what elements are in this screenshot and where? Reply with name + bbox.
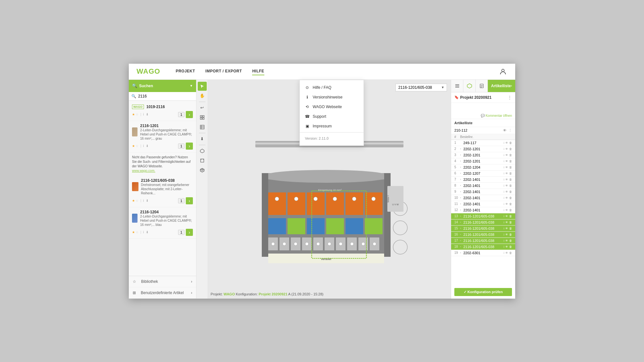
delete-small-icon[interactable]: 🗑 [509, 239, 512, 242]
tool-select[interactable] [198, 82, 207, 91]
nav-projekt[interactable]: PROJEKT [176, 68, 195, 75]
eye-small-icon[interactable]: 👁 [505, 178, 508, 181]
tool-download[interactable]: ⬇ [198, 135, 207, 144]
table-row[interactable]: 18 › 2116-1201/605-038 i 👁 🗑 [451, 244, 515, 250]
download-icon[interactable]: ⬇ [146, 113, 148, 116]
table-row[interactable]: 16 › 2116-1201/605-038 i 👁 🗑 [451, 232, 515, 238]
list-item[interactable]: 2116-1204 2-Leiter-Durchgangsklemme; mit… [129, 207, 196, 239]
info-icon[interactable]: i [143, 144, 144, 148]
delete-small-icon[interactable]: 🗑 [509, 245, 512, 248]
list-item[interactable]: 2116-1201/605-038 Drehstromset; mit oran… [129, 176, 196, 207]
table-row[interactable]: 7 › 2202-1401 i 👁 🗑 [451, 177, 515, 183]
table-row[interactable]: 10 › 2202-1401 i 👁 🗑 [451, 195, 515, 201]
sidebar-item-bibliothek[interactable]: ☆ Bibliothek › [129, 276, 196, 287]
table-row[interactable]: 1 249-117 i 👁 🗑 [451, 140, 515, 146]
product-select[interactable]: 2116-1201/605-038 [395, 84, 447, 91]
eye-small-icon[interactable]: 👁 [505, 190, 508, 193]
user-icon[interactable] [498, 67, 507, 76]
eye-small-icon[interactable]: 👁 [505, 153, 508, 157]
delete-small-icon[interactable]: 🗑 [509, 233, 512, 236]
comment-open-btn[interactable]: 💬 Kommentar öffnen [451, 113, 515, 119]
list-item[interactable]: WAGO 1019-2116 ★ ☆ | i ⬇ 1 › [129, 102, 196, 121]
sidebar-item-benutzerdefinierte[interactable]: ⊞ Benutzerdefinierte Artikel › [129, 287, 196, 299]
dropdown-support[interactable]: ☎ Support [300, 112, 364, 121]
eye-small-icon[interactable]: 👁 [505, 245, 508, 248]
eye-small-icon[interactable]: 👁 [505, 227, 508, 230]
info-small-icon[interactable]: i [504, 160, 504, 163]
table-row[interactable]: 19 › 2202-6301 i 👁 🗑 [451, 250, 515, 256]
download-icon[interactable]: ⬇ [146, 230, 148, 234]
eye-small-icon[interactable]: 👁 [505, 160, 508, 163]
table-row[interactable]: 12 › 2202-1401 i 👁 🗑 [451, 207, 515, 213]
wago-website-link[interactable]: www.wago.com. [132, 169, 155, 172]
tool-hand[interactable]: ✋ [198, 91, 207, 100]
tool-back[interactable]: ↩ [198, 103, 207, 112]
eye-small-icon[interactable]: 👁 [505, 209, 508, 212]
eye-small-icon[interactable]: 👁 [505, 147, 508, 151]
search-input[interactable] [138, 94, 194, 98]
delete-small-icon[interactable]: 🗑 [509, 209, 512, 212]
more-icon[interactable]: ⋮ [508, 128, 512, 133]
eye-small-icon[interactable]: 👁 [505, 251, 508, 255]
table-row[interactable]: 9 › 2202-1401 i 👁 🗑 [451, 189, 515, 195]
info-small-icon[interactable]: i [504, 196, 504, 200]
tool-3d-1[interactable] [198, 146, 207, 155]
eye-small-icon[interactable]: 👁 [505, 215, 508, 218]
artikelliste-tab[interactable]: Artikelliste › [488, 80, 515, 92]
eye-small-icon[interactable]: 👁 [505, 166, 508, 169]
eye-small-icon[interactable]: 👁 [505, 202, 508, 206]
eye-small-icon[interactable]: 👁 [505, 233, 508, 236]
dropdown-hilfe-faq[interactable]: ⊙ Hilfe / FAQ [300, 83, 364, 92]
eye-small-icon[interactable]: 👁 [505, 221, 508, 224]
table-row[interactable]: 13 › 2116-1201/605-038 i 👁 🗑 [451, 213, 515, 219]
info-small-icon[interactable]: i [504, 202, 504, 206]
tool-table[interactable] [198, 123, 207, 132]
download-icon[interactable]: ⬇ [146, 199, 148, 202]
dropdown-versionshinweise[interactable]: ℹ Versionshinweise [300, 92, 364, 102]
table-row[interactable]: 4 › 2202-1201 i 👁 🗑 [451, 158, 515, 164]
add-button[interactable]: › [186, 197, 193, 204]
delete-small-icon[interactable]: 🗑 [509, 196, 512, 200]
3d-view-btn[interactable] [463, 80, 476, 92]
info-small-icon[interactable]: i [504, 172, 504, 175]
delete-small-icon[interactable]: 🗑 [509, 202, 512, 206]
info-small-icon[interactable]: i [504, 245, 504, 248]
delete-small-icon[interactable]: 🗑 [509, 251, 512, 255]
table-row[interactable]: 15 › 2116-1201/605-038 i 👁 🗑 [451, 226, 515, 232]
delete-small-icon[interactable]: 🗑 [509, 184, 512, 187]
info-small-icon[interactable]: i [504, 239, 504, 242]
info-small-icon[interactable]: i [504, 141, 504, 144]
info-small-icon[interactable]: i [504, 227, 504, 230]
add-button[interactable]: › [186, 143, 193, 150]
tool-3d-2[interactable] [198, 156, 207, 165]
eye-icon[interactable]: 👁 [503, 128, 507, 132]
delete-small-icon[interactable]: 🗑 [509, 147, 512, 151]
delete-small-icon[interactable]: 🗑 [509, 221, 512, 224]
table-row[interactable]: 5 › 2202-1204 i 👁 🗑 [451, 164, 515, 171]
add-button[interactable]: › [186, 229, 193, 236]
list-item[interactable]: 2116-1201 2-Leiter-Durchgangsklemme; mit… [129, 121, 196, 153]
doc-view-btn[interactable] [476, 80, 488, 92]
eye-small-icon[interactable]: 👁 [505, 172, 508, 175]
info-icon[interactable]: i [143, 113, 144, 116]
info-small-icon[interactable]: i [504, 184, 504, 187]
table-row[interactable]: 2 › 2202-1201 i 👁 🗑 [451, 146, 515, 152]
hamburger-menu-btn[interactable] [451, 80, 463, 92]
tool-grid[interactable] [198, 113, 207, 122]
search-bar[interactable]: 🔍 Suchen ▼ [129, 80, 196, 92]
info-small-icon[interactable]: i [504, 215, 504, 218]
table-row[interactable]: 14 › 2116-1201/605-038 i 👁 🗑 [451, 219, 515, 226]
delete-small-icon[interactable]: 🗑 [509, 166, 512, 169]
table-row[interactable]: 11 › 2202-1401 i 👁 🗑 [451, 201, 515, 207]
info-small-icon[interactable]: i [504, 178, 504, 181]
info-small-icon[interactable]: i [504, 209, 504, 212]
add-button[interactable]: › [186, 111, 193, 118]
delete-small-icon[interactable]: 🗑 [509, 178, 512, 181]
eye-small-icon[interactable]: 👁 [505, 239, 508, 242]
info-small-icon[interactable]: i [504, 166, 504, 169]
delete-small-icon[interactable]: 🗑 [509, 141, 512, 144]
delete-small-icon[interactable]: 🗑 [509, 190, 512, 193]
dropdown-wago-webseite[interactable]: ⟲ WAGO Webseite [300, 102, 364, 112]
info-small-icon[interactable]: i [504, 221, 504, 224]
check-configuration-btn[interactable]: ✓ Konfiguration prüfen [454, 288, 512, 296]
